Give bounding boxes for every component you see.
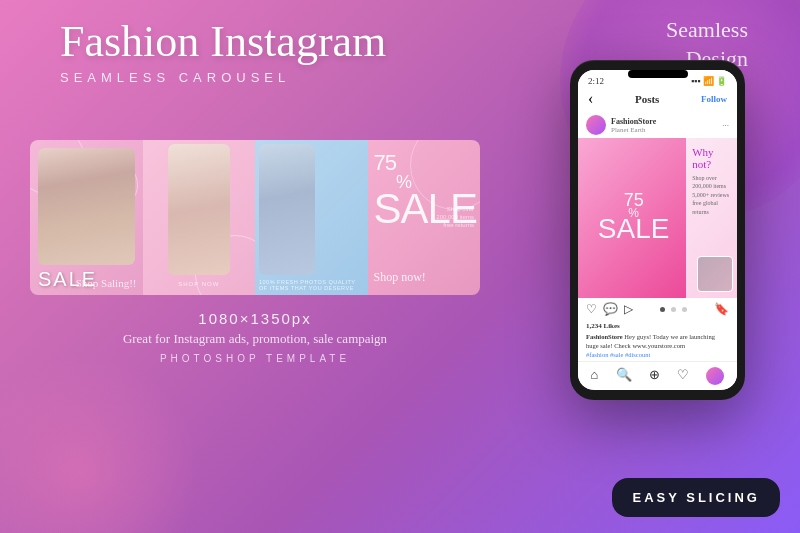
- why-not-text: Why not?: [692, 146, 731, 170]
- photo-box-1: [38, 148, 135, 265]
- carousel-panel-2: SHOP NOW: [143, 140, 256, 295]
- sale-script-1: Shop Saling!!: [76, 277, 137, 289]
- heart-nav-icon[interactable]: ♡: [677, 367, 689, 385]
- easy-slicing-label: EASY SLICING: [632, 490, 760, 505]
- carousel-dots: [660, 307, 687, 312]
- carousel-panel-3: 100% FRESH PHOTOS QUALITY OF ITEMS THAT …: [255, 140, 368, 295]
- phone-profile-row: FashionStore Planet Earth ···: [578, 112, 737, 138]
- shop-details-text: Shop over 200,000 items 5,000+ reviews f…: [692, 174, 731, 216]
- dimensions-label: 1080×1350px: [30, 310, 480, 327]
- panel-3-caption: 100% FRESH PHOTOS QUALITY OF ITEMS THAT …: [259, 279, 364, 291]
- profile-name: FashionStore: [611, 117, 656, 126]
- dot-3: [682, 307, 687, 312]
- more-icon[interactable]: ···: [722, 120, 729, 130]
- shop-now-label: Shop now!: [374, 270, 426, 285]
- post-slide-sale: 75 % SALE: [578, 138, 689, 298]
- phone-action-bar: ♡ 💬 ▷ 🔖: [578, 298, 737, 321]
- status-icons: ▪▪▪ 📶 🔋: [691, 76, 727, 86]
- dot-2: [671, 307, 676, 312]
- posts-title: Posts: [635, 93, 659, 105]
- add-nav-icon[interactable]: ⊕: [649, 367, 660, 385]
- caption-row: FashionStore Hey guys! Today we are laun…: [578, 331, 737, 361]
- carousel-strip: SALE Shop Saling!! SHOP NOW 100% FRESH P…: [30, 140, 480, 295]
- profile-nav-icon[interactable]: [706, 367, 724, 385]
- back-icon[interactable]: ‹: [588, 90, 593, 108]
- phone-app-header: ‹ Posts Follow: [578, 88, 737, 112]
- post-thumbnail: [697, 256, 733, 292]
- photo-box-2: [168, 144, 230, 275]
- search-nav-icon[interactable]: 🔍: [616, 367, 632, 385]
- bookmark-icon[interactable]: 🔖: [714, 302, 729, 317]
- phone-frame: 2:12 ▪▪▪ 📶 🔋 ‹ Posts Follow FashionStore…: [570, 60, 745, 400]
- status-time: 2:12: [588, 76, 604, 86]
- person-image-2: [168, 144, 230, 275]
- carousel-panel-1: SALE Shop Saling!!: [30, 140, 143, 295]
- heart-icon[interactable]: ♡: [586, 302, 597, 317]
- phone-mockup: 2:12 ▪▪▪ 📶 🔋 ‹ Posts Follow FashionStore…: [570, 60, 745, 400]
- home-nav-icon[interactable]: ⌂: [591, 367, 599, 385]
- panel-4-side-text: Shop over200,000 itemsfree returns: [436, 205, 474, 230]
- carousel-panel-4: 75% SALE Shop now! Shop over200,000 item…: [368, 140, 481, 295]
- template-type-label: PHOTOSHOP TEMPLATE: [30, 353, 480, 364]
- profile-avatar: [586, 115, 606, 135]
- profile-info: FashionStore Planet Earth: [611, 117, 656, 134]
- phone-nav-bar: ⌂ 🔍 ⊕ ♡: [578, 361, 737, 389]
- follow-button[interactable]: Follow: [701, 94, 727, 104]
- post-sale-word: SALE: [598, 215, 670, 243]
- action-icons-left: ♡ 💬 ▷: [586, 302, 633, 317]
- info-section: 1080×1350px Great for Instagram ads, pro…: [30, 310, 480, 364]
- person-image-3: [259, 144, 315, 275]
- caption-handle: FashionStore: [586, 333, 624, 340]
- photo-box-3: [259, 144, 315, 275]
- description-text: Great for Instagram ads, promotion, sale…: [30, 331, 480, 347]
- easy-slicing-badge: EASY SLICING: [612, 478, 780, 517]
- dot-1: [660, 307, 665, 312]
- comment-icon[interactable]: 💬: [603, 302, 618, 317]
- phone-notch: [628, 70, 688, 78]
- post-sale-percent: 75 % SALE: [598, 193, 670, 243]
- phone-post-area: 75 % SALE Why not? Shop over 200,000 ite…: [578, 138, 737, 298]
- person-image-1: [38, 148, 135, 265]
- phone-screen: 2:12 ▪▪▪ 📶 🔋 ‹ Posts Follow FashionStore…: [578, 70, 737, 390]
- post-slide-2-content: Why not? Shop over 200,000 items 5,000+ …: [686, 138, 737, 224]
- likes-row: 1,234 Likes: [578, 321, 737, 331]
- profile-location: Planet Earth: [611, 126, 656, 134]
- hashtags: #fashion #sale #discount: [586, 351, 650, 358]
- share-icon[interactable]: ▷: [624, 302, 633, 317]
- percent-symbol: 75: [374, 152, 396, 174]
- post-slide-whynot: Why not? Shop over 200,000 items 5,000+ …: [686, 138, 737, 298]
